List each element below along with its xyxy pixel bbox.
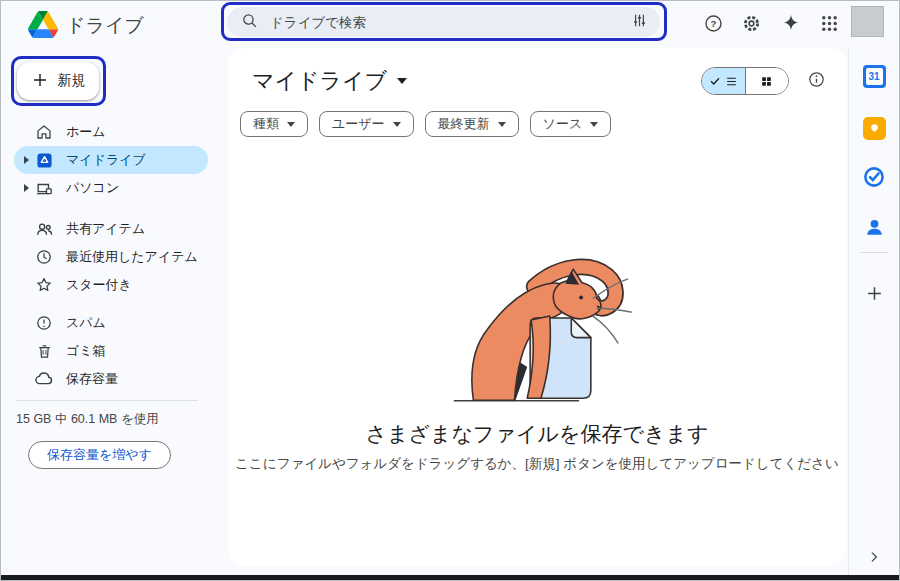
drive-logo-icon[interactable] <box>28 11 58 42</box>
sidebar-item-computers[interactable]: パソコン <box>14 174 208 202</box>
main-content: マイドライブ <box>228 48 846 566</box>
storage-usage-text: 15 GB 中 60.1 MB を使用 <box>16 411 228 428</box>
new-button-label: 新規 <box>58 72 86 90</box>
sidebar-item-label: パソコン <box>66 179 119 197</box>
keep-icon[interactable] <box>861 115 887 141</box>
chip-label: ユーザー <box>332 115 385 133</box>
sidebar-item-label: 最近使用したアイテム <box>66 248 198 266</box>
sidebar-divider <box>16 400 198 401</box>
gemini-sparkle-icon[interactable] <box>779 11 803 35</box>
filter-chip-modified[interactable]: 最終更新 <box>425 111 519 137</box>
chevron-down-icon <box>498 122 506 127</box>
add-addon-icon[interactable] <box>861 280 887 306</box>
sidebar-item-label: 保存容量 <box>66 370 118 388</box>
recent-clock-icon <box>34 247 54 267</box>
buy-storage-button[interactable]: 保存容量を増やす <box>28 441 171 469</box>
filter-chip-people[interactable]: ユーザー <box>319 111 414 137</box>
sidebar-item-trash[interactable]: ゴミ箱 <box>14 337 208 365</box>
sidebar-item-label: マイドライブ <box>66 151 146 169</box>
apps-grid-icon[interactable] <box>817 11 841 35</box>
chip-label: ソース <box>543 115 583 133</box>
trash-icon <box>34 341 54 361</box>
svg-text:?: ? <box>710 17 716 28</box>
chevron-down-icon <box>590 122 598 127</box>
page-title[interactable]: マイドライブ <box>252 66 407 96</box>
info-icon[interactable] <box>807 70 826 93</box>
filter-chip-type[interactable]: 種類 <box>240 111 308 137</box>
sidebar-item-label: ゴミ箱 <box>66 342 106 360</box>
chevron-right-icon[interactable] <box>861 544 887 570</box>
sidebar-item-label: ホーム <box>66 123 106 141</box>
sidebar-item-recent[interactable]: 最近使用したアイテム <box>14 243 208 271</box>
empty-state-subtitle: ここにファイルやフォルダをドラッグするか、[新規] ボタンを使用してアップロード… <box>228 455 846 473</box>
list-view-icon <box>725 75 738 88</box>
contacts-icon[interactable] <box>861 214 887 240</box>
avatar[interactable] <box>851 6 884 37</box>
sidebar-item-starred[interactable]: スター付き <box>14 271 208 299</box>
page-title-label: マイドライブ <box>252 66 387 96</box>
app-title: ドライブ <box>66 13 144 39</box>
list-view-button[interactable] <box>702 68 745 94</box>
filter-chip-source[interactable]: ソース <box>530 111 612 137</box>
search-input[interactable] <box>270 15 631 30</box>
new-button[interactable]: 新規 <box>17 62 99 100</box>
chevron-down-icon <box>393 122 401 127</box>
sidebar-item-shared[interactable]: 共有アイテム <box>14 215 208 243</box>
sidebar-item-my-drive[interactable]: マイドライブ <box>14 146 208 174</box>
sidebar-item-label: 共有アイテム <box>66 220 145 238</box>
sidebar-item-label: スター付き <box>66 276 132 294</box>
computer-icon <box>34 178 54 198</box>
sidebar-item-storage[interactable]: 保存容量 <box>14 365 208 393</box>
sidebar-nav: ホーム マイドライブ パソコン <box>0 118 228 469</box>
chevron-down-icon <box>287 122 295 127</box>
tasks-icon[interactable] <box>861 164 887 190</box>
sidebar-item-label: スパム <box>66 314 106 332</box>
settings-gear-icon[interactable] <box>739 11 763 35</box>
search-icon <box>241 12 258 33</box>
sidebar-item-home[interactable]: ホーム <box>14 118 208 146</box>
grid-view-icon <box>760 75 773 88</box>
home-icon <box>34 122 54 142</box>
calendar-date-label: 31 <box>866 68 883 85</box>
top-bar: ドライブ ? <box>0 0 900 48</box>
cloud-storage-icon <box>34 369 54 389</box>
plus-icon <box>31 71 49 92</box>
rail-divider <box>860 252 888 253</box>
expand-arrow-icon[interactable] <box>24 184 29 192</box>
shared-people-icon <box>34 219 54 239</box>
window-bottom-edge <box>0 575 900 581</box>
chevron-down-icon <box>397 78 407 84</box>
check-icon <box>709 75 721 87</box>
sidebar: 新規 ホーム マイドライブ <box>0 48 228 575</box>
calendar-icon[interactable]: 31 <box>861 63 887 89</box>
spam-icon <box>34 313 54 333</box>
sidebar-item-spam[interactable]: スパム <box>14 309 208 337</box>
expand-arrow-icon[interactable] <box>24 156 29 164</box>
filter-chips: 種類 ユーザー 最終更新 ソース <box>240 111 611 137</box>
chip-label: 種類 <box>253 115 279 133</box>
chip-label: 最終更新 <box>438 115 490 133</box>
view-toggle <box>701 67 789 95</box>
grid-view-button[interactable] <box>745 68 789 94</box>
google-drive-window: ドライブ ? <box>0 0 900 581</box>
my-drive-icon <box>34 150 54 170</box>
empty-state-title: さまざまなファイルを保存できます <box>228 420 846 448</box>
empty-state-cat-illustration <box>423 226 651 412</box>
side-panel-rail: 31 <box>848 48 899 575</box>
search-bar[interactable] <box>227 7 660 37</box>
help-icon[interactable]: ? <box>701 11 725 35</box>
tune-icon[interactable] <box>631 12 648 33</box>
star-icon <box>34 275 54 295</box>
